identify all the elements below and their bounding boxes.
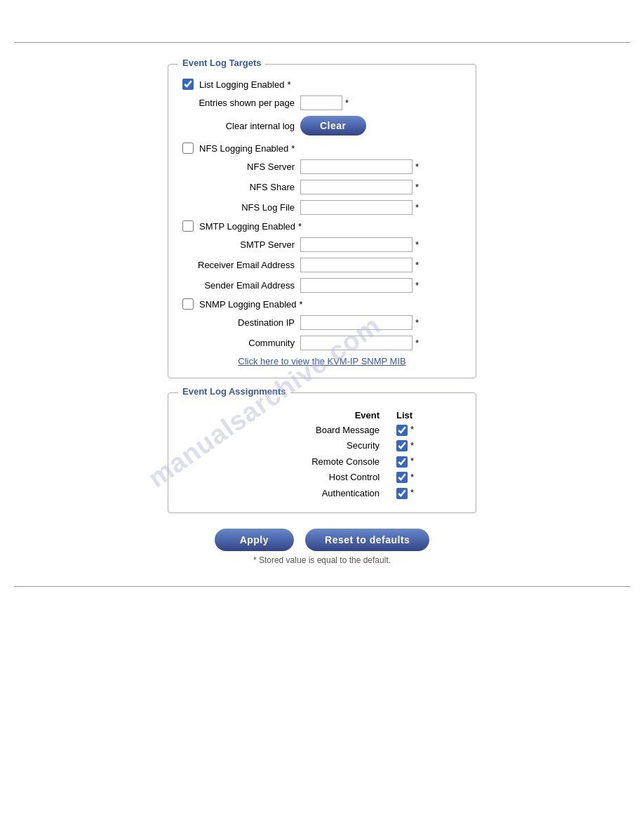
- community-row: Community *: [182, 336, 462, 350]
- list-logging-label: List Logging Enabled: [199, 79, 284, 90]
- list-logging-checkbox[interactable]: [182, 79, 194, 90]
- smtp-logging-star: *: [298, 221, 302, 232]
- smtp-logging-label: SMTP Logging Enabled: [199, 221, 295, 232]
- assignment-list-cell: *: [391, 438, 462, 454]
- entries-input[interactable]: 20: [300, 95, 342, 110]
- list-logging-row: List Logging Enabled *: [182, 79, 462, 90]
- nfs-share-label: NFS Share: [182, 182, 295, 192]
- smtp-logging-checkbox[interactable]: [182, 220, 194, 232]
- smtp-logging-row: SMTP Logging Enabled *: [182, 220, 462, 232]
- nfs-share-row: NFS Share *: [182, 180, 462, 194]
- event-log-targets-section: Event Log Targets List Logging Enabled *…: [168, 64, 476, 378]
- snmp-mib-link[interactable]: Click here to view the KVM-IP SNMP MIB: [182, 356, 462, 366]
- event-log-assignments-legend: Event Log Assignments: [178, 386, 290, 397]
- receiver-email-star: *: [415, 260, 419, 270]
- sender-email-row: Sender Email Address *: [182, 278, 462, 293]
- nfs-log-file-row: NFS Log File evtlog *: [182, 200, 462, 215]
- assignment-star: *: [410, 487, 414, 498]
- assignment-list-cell: *: [391, 454, 462, 470]
- nfs-server-label: NFS Server: [182, 161, 295, 172]
- sender-email-label: Sender Email Address: [182, 280, 295, 291]
- receiver-email-row: Receiver Email Address *: [182, 258, 462, 272]
- entries-label: Entries shown per page: [182, 98, 295, 108]
- destination-ip-star: *: [415, 317, 419, 328]
- assignment-row: Host Control*: [182, 470, 462, 486]
- smtp-server-label: SMTP Server: [182, 239, 295, 250]
- receiver-email-input[interactable]: [300, 258, 412, 272]
- smtp-server-input[interactable]: [300, 237, 412, 252]
- assignment-list-checkbox-2[interactable]: [396, 456, 408, 468]
- assignment-row: Board Message*: [182, 422, 462, 438]
- entries-row: Entries shown per page 20 *: [182, 95, 462, 110]
- destination-ip-input[interactable]: [300, 315, 412, 330]
- top-divider: [14, 42, 630, 43]
- destination-ip-label: Destination IP: [182, 317, 295, 328]
- assignment-star: *: [410, 472, 414, 482]
- bottom-divider: [14, 586, 630, 587]
- assignment-event-cell: Remote Console: [182, 454, 391, 470]
- nfs-logging-row: NFS Logging Enabled *: [182, 143, 462, 154]
- smtp-server-row: SMTP Server *: [182, 237, 462, 252]
- assignment-list-checkbox-0[interactable]: [396, 425, 408, 436]
- nfs-server-star: *: [415, 161, 419, 172]
- nfs-log-file-label: NFS Log File: [182, 202, 295, 213]
- assignment-star: *: [410, 440, 414, 451]
- col-list-header: List: [391, 409, 462, 422]
- apply-button[interactable]: Apply: [215, 529, 294, 551]
- snmp-logging-checkbox[interactable]: [182, 298, 194, 310]
- community-label: Community: [182, 338, 295, 348]
- clear-row: Clear internal log Clear: [182, 116, 462, 135]
- event-log-assignments-section: Event Log Assignments Event List Board M…: [168, 392, 476, 513]
- assignment-event-cell: Security: [182, 438, 391, 454]
- event-log-targets-legend: Event Log Targets: [178, 58, 265, 68]
- assignment-list-cell: *: [391, 422, 462, 438]
- bottom-buttons: Apply Reset to defaults: [215, 529, 430, 551]
- assignment-event-cell: Authentication: [182, 485, 391, 501]
- assignment-list-checkbox-1[interactable]: [396, 440, 408, 451]
- col-event-header: Event: [182, 409, 391, 422]
- destination-ip-row: Destination IP *: [182, 315, 462, 330]
- assignments-table: Event List Board Message*Security*Remote…: [182, 409, 462, 501]
- assignment-row: Authentication*: [182, 485, 462, 501]
- assignment-list-checkbox-4[interactable]: [396, 488, 408, 499]
- snmp-logging-row: SNMP Logging Enabled *: [182, 298, 462, 310]
- assignment-star: *: [410, 456, 414, 466]
- community-input[interactable]: [300, 336, 412, 350]
- nfs-log-file-star: *: [415, 202, 419, 213]
- nfs-logging-star: *: [291, 143, 295, 154]
- entries-star: *: [345, 98, 349, 108]
- nfs-log-file-input[interactable]: evtlog: [300, 200, 412, 215]
- assignment-list-checkbox-3[interactable]: [396, 472, 408, 483]
- assignment-row: Security*: [182, 438, 462, 454]
- assignment-list-cell: *: [391, 485, 462, 501]
- reset-button[interactable]: Reset to defaults: [305, 529, 429, 551]
- nfs-logging-checkbox[interactable]: [182, 143, 194, 154]
- assignment-list-cell: *: [391, 470, 462, 486]
- nfs-share-star: *: [415, 182, 419, 192]
- snmp-logging-star: *: [300, 299, 303, 310]
- assignment-event-cell: Board Message: [182, 422, 391, 438]
- assignment-star: *: [410, 424, 414, 435]
- sender-email-star: *: [415, 280, 419, 291]
- receiver-email-label: Receiver Email Address: [182, 260, 295, 270]
- assignment-row: Remote Console*: [182, 454, 462, 470]
- snmp-logging-label: SNMP Logging Enabled: [199, 299, 297, 310]
- nfs-server-input[interactable]: [300, 159, 412, 174]
- list-logging-star: *: [287, 79, 290, 90]
- assignment-event-cell: Host Control: [182, 470, 391, 486]
- sender-email-input[interactable]: [300, 278, 412, 293]
- clear-label: Clear internal log: [182, 121, 295, 131]
- community-star: *: [415, 338, 419, 348]
- nfs-logging-label: NFS Logging Enabled: [199, 143, 288, 154]
- footnote: * Stored value is equal to the default.: [253, 555, 391, 565]
- clear-button[interactable]: Clear: [300, 116, 366, 135]
- nfs-server-row: NFS Server *: [182, 159, 462, 174]
- smtp-server-star: *: [415, 239, 419, 250]
- nfs-share-input[interactable]: [300, 180, 412, 194]
